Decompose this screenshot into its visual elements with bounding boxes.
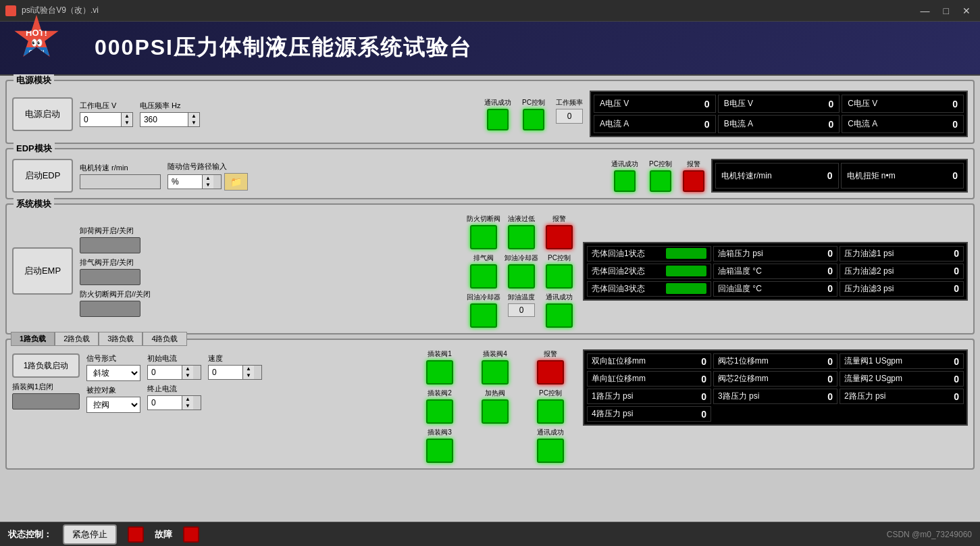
load-comm-label: 通讯成功 <box>537 428 564 437</box>
signal-spinner[interactable]: ▲ ▼ <box>167 174 222 189</box>
initial-current-spinner-btns: ▲ ▼ <box>182 366 193 379</box>
load-tab-1[interactable]: 1路负载 <box>11 332 55 346</box>
speed-input[interactable] <box>209 366 242 379</box>
a-voltage-value: 0 <box>690 99 710 109</box>
titlebar-title: psi试验台V9（改）.vi <box>22 5 99 16</box>
a-current-label: A电流 A <box>600 118 629 130</box>
load-tab-3[interactable]: 3路负载 <box>99 332 143 346</box>
file-browse-button[interactable]: 📁 <box>224 173 248 191</box>
load-alarm-group: 报警 <box>525 349 576 384</box>
pressure-filter3-label: 压力油滤3 psi <box>844 283 894 295</box>
state-label: 状态控制： <box>8 528 52 541</box>
freq-input[interactable] <box>140 113 188 126</box>
power-module-title: 电源模块 <box>14 74 54 86</box>
pressure3-value: 0 <box>813 391 833 402</box>
c-voltage-label: C电压 V <box>848 98 877 109</box>
load-pc-group: PC控制 <box>525 389 576 424</box>
fire-cut-led <box>470 225 497 249</box>
edp-alarm-group: 报警 <box>683 159 704 192</box>
load-tab-2[interactable]: 2路负载 <box>55 332 99 346</box>
freq-spinner[interactable]: ▲ ▼ <box>140 112 200 127</box>
pressure-filter3-value: 0 <box>939 283 959 294</box>
titlebar-controls[interactable]: — □ ✕ <box>917 3 975 19</box>
power-start-button[interactable]: 电源启动 <box>12 97 73 131</box>
signal-down-btn[interactable]: ▼ <box>203 182 213 189</box>
pc-control-label: PC控制 <box>522 98 545 107</box>
pc-control-group: PC控制 <box>522 98 545 130</box>
dual-cyl-value: 0 <box>686 356 706 367</box>
freq-up-btn[interactable]: ▲ <box>188 113 199 120</box>
signal-value-input[interactable] <box>168 175 202 189</box>
signal-up-btn[interactable]: ▲ <box>203 175 213 182</box>
b-voltage-label: B电压 V <box>724 98 753 109</box>
maximize-button[interactable]: □ <box>939 3 953 19</box>
titlebar-left: psi试验台V9（改）.vi <box>5 5 99 16</box>
motor-speed-input[interactable] <box>80 174 161 189</box>
edp-led-group: 通讯成功 PC控制 报警 <box>611 159 704 192</box>
end-current-label: 终止电流 <box>147 384 201 394</box>
speed-spinner[interactable]: ▲ ▼ <box>208 365 262 380</box>
load-start-button[interactable]: 1路负载启动 <box>12 353 80 378</box>
edp-start-button[interactable]: 启动EDP <box>12 159 73 193</box>
close-button[interactable]: ✕ <box>958 3 975 19</box>
voltage-input[interactable] <box>80 113 121 126</box>
signal-target-group: 信号形式 斜坡 正弦 方波 被控对象 控阀 控压 <box>86 353 140 413</box>
valve1-led <box>426 360 453 384</box>
return-cooler-led <box>470 303 497 328</box>
load-tab-4[interactable]: 4路负载 <box>143 332 186 346</box>
return-temp-value: 0 <box>813 283 833 294</box>
speed-up[interactable]: ▲ <box>243 366 254 372</box>
freq-down-btn[interactable]: ▼ <box>188 120 199 126</box>
load-displays: 双向缸位移mm 0 阀芯1位移mm 0 流量阀1 USgpm 0 单向缸位移mm… <box>583 349 968 426</box>
exhaust-valve-label: 排气阀开启/关闭 <box>80 257 151 268</box>
minimize-button[interactable]: — <box>917 3 934 19</box>
voltage-down-btn[interactable]: ▼ <box>122 120 132 126</box>
emergency-stop-button[interactable]: 紧急停止 <box>63 524 117 545</box>
unload-cooler-led <box>508 264 535 289</box>
display-valve-core2: 阀芯2位移mm 0 <box>713 371 837 387</box>
target-select[interactable]: 控阀 控压 控流 <box>86 397 140 413</box>
valve4-label: 插装阀4 <box>483 349 507 359</box>
valve3-label: 插装阀3 <box>428 428 452 437</box>
heat-valve-led <box>482 399 509 424</box>
power-displays: A电压 V 0 B电压 V 0 C电压 V 0 A电流 A 0 B电流 A <box>590 91 968 137</box>
speed-down[interactable]: ▼ <box>243 372 254 379</box>
initial-current-spinner[interactable]: ▲ ▼ <box>147 365 201 380</box>
display-valve-core1: 阀芯1位移mm 0 <box>713 353 837 369</box>
pressure3-label: 3路压力 psi <box>718 391 759 402</box>
flow-valve2-label: 流量阀2 USgpm <box>844 373 902 384</box>
load-comm-led <box>537 439 564 463</box>
display-pressure-filter1: 压力油滤1 psi 0 <box>840 246 964 262</box>
display-single-cyl: 单向缸位移mm 0 <box>587 371 711 387</box>
exhaust-led <box>470 264 497 289</box>
load-panel-inner: 1路负载 2路负载 3路负载 4路负载 1路负载启动 插装阀1启闭 <box>12 349 968 463</box>
display-pressure-filter2: 压力油滤2 psi 0 <box>840 264 964 279</box>
unload-valve-indicator <box>80 237 140 253</box>
load-controls-row: 1路负载启动 插装阀1启闭 信号形式 斜坡 正弦 <box>12 353 377 413</box>
signal-path-row: ▲ ▼ 📁 <box>167 173 248 191</box>
display-pressure4: 4路压力 psi 0 <box>587 406 711 422</box>
work-freq-label: 工作频率 <box>556 98 583 107</box>
load-module: 1路负载 2路负载 3路负载 4路负载 1路负载启动 插装阀1启闭 <box>5 339 975 470</box>
fault-led <box>183 526 199 543</box>
initial-current-down[interactable]: ▼ <box>182 372 193 379</box>
system-start-button[interactable]: 启动EMP <box>12 247 73 295</box>
shell-return3-label: 壳体回油3状态 <box>592 283 645 295</box>
initial-current-input[interactable] <box>148 366 182 379</box>
end-current-down[interactable]: ▼ <box>182 403 193 410</box>
c-current-value: 0 <box>937 119 958 130</box>
voltage-spinner[interactable]: ▲ ▼ <box>80 112 133 127</box>
end-current-input[interactable] <box>148 396 182 410</box>
initial-current-up[interactable]: ▲ <box>182 366 193 372</box>
end-current-up[interactable]: ▲ <box>182 396 193 403</box>
voltage-up-btn[interactable]: ▲ <box>122 113 132 120</box>
edp-pc-led <box>650 170 671 192</box>
valve-core1-value: 0 <box>813 356 833 367</box>
load-pc-label: PC控制 <box>539 389 562 398</box>
signal-type-select[interactable]: 斜坡 正弦 方波 <box>86 365 140 381</box>
pressure-filter1-value: 0 <box>939 248 959 259</box>
sys-comm-group: 通讯成功 <box>542 293 576 328</box>
current-group: 初始电流 ▲ ▼ 终止电流 <box>147 353 201 410</box>
dual-cyl-label: 双向缸位移mm <box>592 355 646 367</box>
end-current-spinner[interactable]: ▲ ▼ <box>147 395 201 410</box>
